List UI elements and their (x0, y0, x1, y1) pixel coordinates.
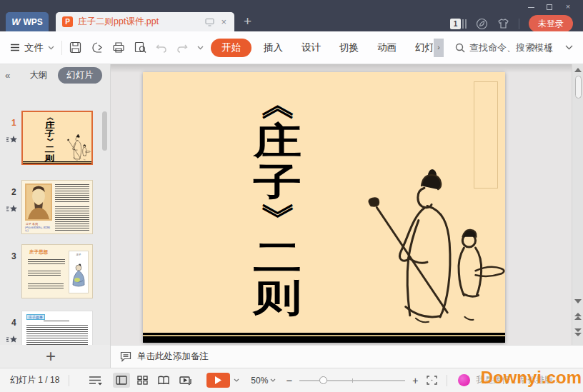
scholar-figure-illustration[interactable] (355, 164, 507, 333)
notes-bar[interactable]: 单击此处添加备注 (111, 345, 583, 368)
ribbon-tabs: 开始 插入 设计 切换 动画 幻灯片 › (211, 39, 444, 57)
slide-4-number: 4 (11, 318, 16, 328)
scrollbar-thumb[interactable] (575, 76, 582, 99)
zoom-slider-knob[interactable] (319, 376, 327, 384)
thumb1-figure-illustration (65, 133, 91, 163)
vertical-scrollbar[interactable] (572, 64, 583, 345)
play-icon (215, 376, 221, 384)
slide-sorter-view-button[interactable] (134, 373, 151, 388)
quickbar-more-chevron-icon[interactable] (197, 46, 204, 50)
zoom-level-select[interactable]: 50% (251, 376, 276, 386)
zoom-in-button[interactable]: + (412, 375, 418, 386)
slide-panel: « 大纲 幻灯片 1 《 庄 子 》 二 则 2 (0, 64, 111, 345)
ribbon: 文件 (0, 31, 583, 64)
slide-title-textbox[interactable]: 《 庄 子 》 二 则 (250, 86, 304, 318)
normal-view-button[interactable] (113, 373, 130, 388)
play-options-chevron-icon[interactable] (234, 378, 239, 382)
tab-transitions[interactable]: 切换 (330, 39, 368, 57)
reading-view-button[interactable] (155, 373, 172, 388)
tab-slides[interactable]: 幻灯片 (58, 67, 102, 84)
scroll-up-icon[interactable] (574, 68, 582, 72)
document-tab[interactable]: P 庄子二则ppt课件.ppt × (56, 12, 234, 31)
thumbnail-scrollbar[interactable] (102, 111, 107, 151)
play-slideshow-button[interactable] (206, 373, 230, 388)
thumb2-caption: 庄子 名周 (26, 222, 38, 226)
title-char: 二 (253, 236, 302, 277)
theme-shirt-icon[interactable] (497, 18, 509, 29)
scroll-down-icon[interactable] (574, 299, 582, 303)
thumb3-image: 庄子 (69, 251, 89, 293)
quick-access-toolbar (69, 41, 204, 54)
previous-slide-icon[interactable] (574, 313, 582, 321)
wps-logo-icon: W (11, 16, 19, 27)
slide-2-animation-star-icon (6, 205, 18, 213)
tab-insert[interactable]: 插入 (254, 39, 292, 57)
slide-thumbnail-1[interactable]: 《 庄 子 》 二 则 (21, 111, 93, 165)
zoom-slider-track[interactable] (299, 380, 405, 381)
new-tab-button[interactable]: + (244, 14, 251, 28)
slide-1-animation-star-icon (6, 136, 18, 144)
fit-to-window-button[interactable] (427, 376, 437, 385)
add-slide-button[interactable]: + (46, 346, 56, 366)
next-slide-icon[interactable] (574, 328, 582, 336)
ribbon-tabs-overflow-button[interactable]: › (434, 39, 444, 57)
open-documents-badge[interactable]: 1 (450, 19, 467, 29)
open-documents-count: 1 (450, 19, 461, 29)
collapse-ribbon-icon[interactable] (565, 45, 573, 50)
zoom-value: 50% (251, 376, 268, 386)
file-menu-button[interactable]: 文件 (10, 41, 54, 54)
ppt-file-icon: P (62, 16, 73, 27)
tab-slideshow[interactable]: 幻灯片 (406, 39, 433, 57)
slide-editor[interactable]: 《 庄 子 》 二 则 (143, 72, 505, 343)
notes-placeholder: 单击此处添加备注 (137, 351, 209, 363)
title-char: 《 (260, 87, 294, 120)
login-button[interactable]: 未登录 (529, 15, 573, 32)
thumb2-portrait-image (25, 184, 52, 221)
present-monitor-icon[interactable] (205, 18, 214, 26)
slide-4-animation-star-icon (6, 336, 18, 344)
redo-button[interactable] (176, 43, 188, 53)
tab-design[interactable]: 设计 (292, 39, 330, 57)
print-preview-button[interactable] (134, 41, 146, 54)
undo-button[interactable] (156, 43, 167, 53)
collapse-panel-icon[interactable]: « (5, 70, 10, 81)
thumb1-bottom-bar (23, 161, 91, 164)
titlebar: W WPS P 庄子二则ppt课件.ppt × + × 1 (0, 0, 583, 31)
zoom-out-button[interactable]: − (286, 374, 292, 386)
save-button[interactable] (69, 41, 81, 54)
title-char: 》 (260, 203, 294, 236)
tab-close-icon[interactable]: × (219, 17, 228, 26)
thumb3-bullet (28, 259, 65, 264)
tab-outline[interactable]: 大纲 (29, 69, 47, 81)
slide-counter: 幻灯片 1 / 18 (10, 374, 59, 386)
title-char: 庄 (253, 121, 302, 161)
titlebar-separator (519, 19, 519, 29)
thumb3-bullet (28, 271, 61, 276)
help-button[interactable]: ? (529, 41, 535, 54)
window-close-button[interactable]: × (559, 2, 577, 11)
slide-thumbnail-2[interactable]: 庄子 名周 (约公元前369年-前286年) (21, 180, 93, 234)
slideshow-from-current-button[interactable] (176, 373, 194, 388)
window-minimize-button[interactable] (522, 2, 540, 11)
search-icon (455, 43, 465, 53)
tab-home[interactable]: 开始 (211, 39, 251, 57)
slide-3-number: 3 (11, 251, 16, 261)
slide-thumbnail-3[interactable]: 庄子思想 庄子 (21, 244, 93, 298)
tab-animation[interactable]: 动画 (368, 39, 406, 57)
documents-stack-icon (462, 19, 467, 29)
ribbon-right-group: ? (529, 41, 573, 54)
output-button[interactable] (91, 41, 103, 54)
wps-menu-button[interactable]: W WPS (6, 12, 49, 31)
statusbar-separator (69, 375, 69, 386)
more-options-icon[interactable] (549, 43, 552, 53)
window-maximize-button[interactable] (540, 2, 559, 11)
print-button[interactable] (112, 41, 125, 54)
panel-tabs: « 大纲 幻灯片 (0, 64, 110, 86)
skin-leaf-icon[interactable] (476, 18, 488, 30)
slide-thumbnail-4[interactable]: 庄子故事 (21, 311, 93, 345)
assistant-avatar[interactable] (458, 374, 470, 386)
workspace: « 大纲 幻灯片 1 《 庄 子 》 二 则 2 (0, 64, 583, 345)
hamburger-icon (10, 44, 20, 51)
chevron-down-icon (270, 378, 276, 382)
notes-toggle-button[interactable] (89, 376, 104, 386)
